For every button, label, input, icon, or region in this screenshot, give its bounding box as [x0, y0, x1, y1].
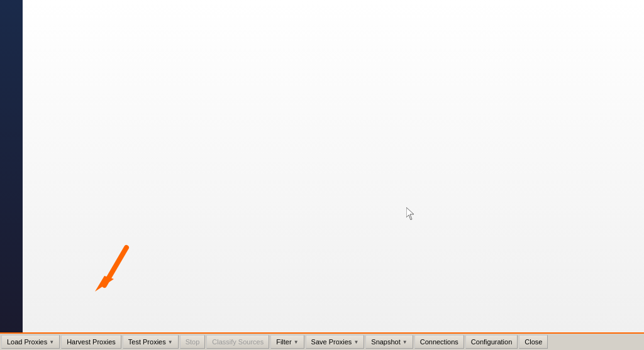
classify-sources-label: Classify Sources — [212, 338, 264, 346]
classify-sources-button[interactable]: Classify Sources — [206, 335, 269, 349]
save-proxies-dropdown-arrow: ▼ — [353, 339, 358, 345]
test-proxies-label: Test Proxies — [128, 338, 166, 346]
snapshot-dropdown-arrow: ▼ — [402, 339, 408, 345]
cursor-icon — [406, 207, 416, 220]
load-proxies-button[interactable]: Load Proxies ▼ — [1, 335, 60, 349]
stop-button[interactable]: Stop — [180, 335, 206, 349]
main-container — [0, 0, 644, 332]
test-proxies-button[interactable]: Test Proxies ▼ — [123, 335, 179, 349]
filter-dropdown-arrow: ▼ — [294, 339, 299, 345]
arrow-indicator — [92, 244, 136, 295]
save-proxies-button[interactable]: Save Proxies ▼ — [306, 335, 365, 349]
snapshot-button[interactable]: Snapshot ▼ — [365, 335, 413, 349]
connections-label: Connections — [420, 338, 458, 346]
filter-button[interactable]: Filter ▼ — [270, 335, 304, 349]
filter-label: Filter — [276, 338, 291, 346]
bottom-toolbar: Load Proxies ▼ Harvest Proxies Test Prox… — [0, 332, 644, 350]
test-proxies-dropdown-arrow: ▼ — [168, 339, 173, 345]
configuration-button[interactable]: Configuration — [465, 335, 518, 349]
content-area — [23, 0, 644, 332]
svg-marker-2 — [95, 276, 114, 292]
stop-label: Stop — [186, 338, 200, 346]
harvest-proxies-label: Harvest Proxies — [67, 338, 116, 346]
snapshot-label: Snapshot — [371, 338, 400, 346]
load-proxies-label: Load Proxies — [7, 338, 47, 346]
close-button[interactable]: Close — [519, 335, 548, 349]
connections-button[interactable]: Connections — [414, 335, 464, 349]
close-label: Close — [525, 338, 542, 346]
harvest-proxies-button[interactable]: Harvest Proxies — [61, 335, 121, 349]
svg-marker-0 — [406, 207, 414, 220]
left-sidebar — [0, 0, 23, 332]
save-proxies-label: Save Proxies — [311, 338, 352, 346]
load-proxies-dropdown-arrow: ▼ — [49, 339, 54, 345]
configuration-label: Configuration — [471, 338, 512, 346]
